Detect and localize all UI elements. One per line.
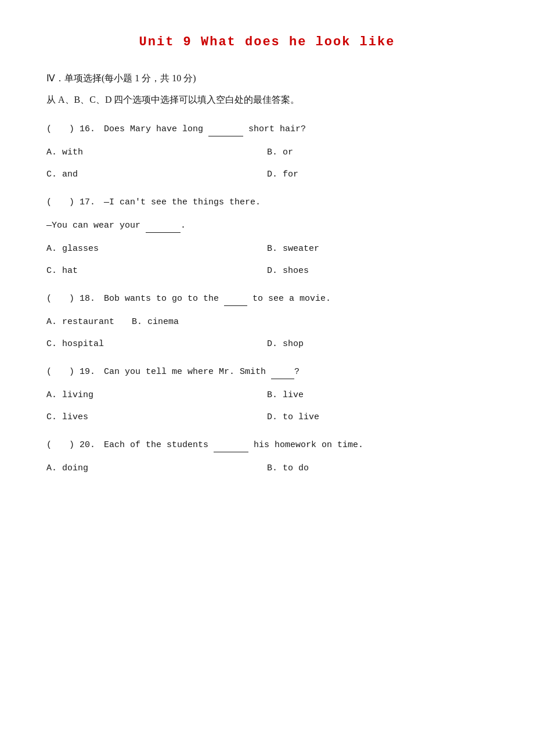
- option-20-a: A. doing: [46, 462, 267, 476]
- options-row-16-ab: A. with B. or: [46, 146, 488, 160]
- section-header: Ⅳ．单项选择(每小题 1 分，共 10 分): [46, 73, 488, 85]
- option-17-d: D. shoes: [267, 264, 488, 278]
- answer-paren-17: ( ) 17. —I can't see the things there.: [46, 197, 261, 207]
- option-19-c: C. lives: [46, 411, 267, 424]
- option-19-b: B. live: [267, 388, 488, 402]
- question-block-17: ( ) 17. —I can't see the things there. —…: [46, 196, 488, 278]
- options-row-17-cd: C. hat D. shoes: [46, 264, 488, 278]
- question-block-19: ( ) 19. Can you tell me where Mr. Smith …: [46, 365, 488, 424]
- option-17-c: C. hat: [46, 264, 267, 278]
- option-18-c: C. hospital: [46, 337, 267, 351]
- blank-16: [208, 136, 243, 136]
- question-text-20: ( ) 20. Each of the students his homewor…: [46, 438, 488, 452]
- blank-19: [271, 379, 294, 379]
- blank-20: [214, 452, 248, 452]
- answer-paren-20: ( ) 20. Each of the students his homewor…: [46, 440, 363, 450]
- blank-17: [146, 232, 181, 233]
- instruction: 从 A、B、C、D 四个选项中选择可以填入空白处的最佳答案。: [46, 94, 488, 106]
- option-17-a: A. glasses: [46, 242, 267, 256]
- blank-18: [224, 305, 247, 306]
- options-row-17-ab: A. glasses B. sweater: [46, 242, 488, 256]
- option-19-a: A. living: [46, 388, 267, 402]
- question-block-16: ( ) 16. Does Mary have long short hair? …: [46, 123, 488, 182]
- option-16-c: C. and: [46, 168, 267, 182]
- option-16-b: B. or: [267, 146, 488, 160]
- options-row-19-ab: A. living B. live: [46, 388, 488, 402]
- options-row-18-ab: A. restaurant B. cinema: [46, 315, 488, 329]
- options-row-20-ab: A. doing B. to do: [46, 462, 488, 476]
- option-17-b: B. sweater: [267, 242, 488, 256]
- option-18-a: A. restaurant B. cinema: [46, 315, 488, 329]
- option-16-d: D. for: [267, 168, 488, 182]
- options-row-19-cd: C. lives D. to live: [46, 411, 488, 424]
- question-continuation-17: —You can wear your .: [46, 219, 488, 233]
- question-text-17: ( ) 17. —I can't see the things there.: [46, 196, 488, 210]
- options-row-18-cd: C. hospital D. shop: [46, 337, 488, 351]
- page-title: Unit 9 What does he look like: [46, 35, 488, 49]
- question-block-18: ( ) 18. Bob wants to go to the to see a …: [46, 292, 488, 351]
- question-text-16: ( ) 16. Does Mary have long short hair?: [46, 123, 488, 136]
- option-16-a: A. with: [46, 146, 267, 160]
- question-text-18: ( ) 18. Bob wants to go to the to see a …: [46, 292, 488, 306]
- option-19-d: D. to live: [267, 411, 488, 424]
- question-text-19: ( ) 19. Can you tell me where Mr. Smith …: [46, 365, 488, 379]
- question-block-20: ( ) 20. Each of the students his homewor…: [46, 438, 488, 476]
- answer-paren-16: ( ) 16. Does Mary have long short hair?: [46, 124, 306, 134]
- answer-paren-19: ( ) 19. Can you tell me where Mr. Smith …: [46, 367, 300, 377]
- answer-paren-18: ( ) 18. Bob wants to go to the to see a …: [46, 294, 331, 304]
- option-20-b: B. to do: [267, 462, 488, 476]
- option-18-d: D. shop: [267, 337, 488, 351]
- options-row-16-cd: C. and D. for: [46, 168, 488, 182]
